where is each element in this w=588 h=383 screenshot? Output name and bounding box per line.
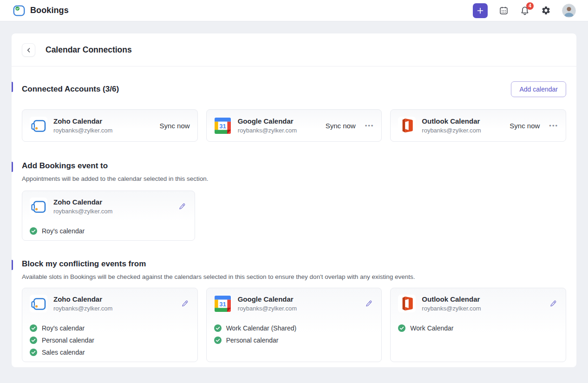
account-name: Zoho Calendar (53, 295, 112, 304)
section-connected-accounts: Connected Accounts (3/6) Add calendar (12, 81, 576, 97)
edit-pencil-icon[interactable] (177, 202, 187, 211)
calendar-label: Work Calendar (410, 324, 453, 332)
add-calendar-button[interactable]: Add calendar (511, 81, 566, 97)
create-new-button[interactable] (473, 3, 488, 18)
notifications-button[interactable]: 4 (520, 6, 530, 16)
selected-calendar-item: Roy's calendar (30, 227, 187, 235)
zoho-calendar-icon (30, 295, 47, 312)
outlook-calendar-icon (398, 117, 416, 134)
zoho-calendar-icon (30, 117, 47, 134)
more-options-icon[interactable]: ••• (549, 122, 558, 130)
zoho-calendar-icon (30, 198, 47, 215)
top-app-bar: Bookings (0, 0, 588, 21)
block-card-outlook: Outlook Calendar roybanks@zylker.com Wor… (390, 288, 566, 362)
back-button[interactable] (22, 43, 35, 57)
account-name: Google Calendar (238, 295, 297, 304)
add-event-card-zoho: Zoho Calendar roybanks@zylker.com Roy's … (22, 191, 195, 241)
check-circle-icon (30, 349, 37, 356)
sync-now-link[interactable]: Sync now (326, 122, 356, 130)
edit-pencil-icon[interactable] (364, 299, 374, 309)
add-event-heading: Add Bookings event to (22, 161, 108, 171)
user-avatar[interactable] (562, 4, 576, 18)
calendar-icon (499, 6, 509, 15)
section-accent-bar (12, 162, 13, 172)
account-card-zoho: Zoho Calendar roybanks@zylker.com Sync n… (22, 109, 198, 142)
chevron-left-icon (26, 47, 32, 53)
google-calendar-icon (214, 117, 232, 134)
calendar-view-button[interactable] (499, 6, 509, 15)
section-block-events: Block my conflicting events from (12, 259, 576, 269)
page-content: Calendar Connections Connected Accounts … (0, 21, 588, 367)
block-events-row: Zoho Calendar roybanks@zylker.com Roy's … (12, 288, 576, 362)
gear-icon (541, 6, 551, 15)
check-circle-icon (214, 337, 222, 344)
account-email: roybanks@zylker.com (238, 305, 297, 312)
account-email: roybanks@zylker.com (53, 208, 112, 215)
plus-icon (476, 6, 485, 15)
block-events-description: Available slots in Bookings will be chec… (12, 273, 576, 280)
account-email: roybanks@zylker.com (422, 305, 481, 312)
check-circle-icon (398, 324, 405, 332)
sync-now-link[interactable]: Sync now (160, 122, 190, 130)
check-circle-icon (30, 324, 37, 332)
calendar-label: Personal calendar (226, 337, 279, 344)
calendar-connections-panel: Calendar Connections Connected Accounts … (12, 33, 576, 367)
account-email: roybanks@zylker.com (53, 127, 112, 134)
block-card-zoho: Zoho Calendar roybanks@zylker.com Roy's … (22, 288, 198, 362)
check-circle-icon (30, 227, 37, 235)
account-name: Google Calendar (238, 117, 297, 126)
notification-count-badge: 4 (526, 2, 534, 10)
section-accent-bar (12, 82, 13, 92)
check-circle-icon (30, 337, 37, 344)
app-title: Bookings (30, 6, 69, 15)
selected-calendar-item: Personal calendar (30, 337, 190, 344)
add-event-description: Appointments will be added to the calend… (12, 175, 576, 182)
section-add-event: Add Bookings event to (12, 161, 576, 171)
more-options-icon[interactable]: ••• (365, 122, 374, 130)
calendar-label: Sales calendar (42, 349, 85, 356)
account-email: roybanks@zylker.com (53, 305, 112, 312)
page-title: Calendar Connections (46, 45, 132, 55)
account-email: roybanks@zylker.com (238, 127, 297, 134)
connected-accounts-heading: Connected Accounts (3/6) (22, 85, 119, 94)
connected-accounts-row: Zoho Calendar roybanks@zylker.com Sync n… (12, 109, 576, 142)
google-calendar-icon (214, 295, 232, 312)
account-name: Zoho Calendar (53, 117, 112, 126)
panel-header: Calendar Connections (12, 33, 576, 66)
calendar-label: Work Calendar (Shared) (226, 324, 296, 332)
check-circle-icon (214, 324, 222, 332)
selected-calendar-item: Work Calendar (398, 324, 558, 332)
settings-button[interactable] (541, 6, 551, 15)
selected-calendar-item: Sales calendar (30, 349, 190, 356)
calendar-label: Roy's calendar (42, 227, 85, 235)
calendar-label: Roy's calendar (42, 324, 85, 332)
selected-calendar-item: Roy's calendar (30, 324, 190, 332)
account-card-google: Google Calendar roybanks@zylker.com Sync… (206, 109, 382, 142)
selected-calendar-item: Personal calendar (214, 337, 374, 344)
account-email: roybanks@zylker.com (422, 127, 481, 134)
bookings-logo-icon (12, 4, 26, 18)
app-brand: Bookings (12, 4, 69, 18)
account-name: Outlook Calendar (422, 295, 481, 304)
selected-calendar-item: Work Calendar (Shared) (214, 324, 374, 332)
account-name: Zoho Calendar (53, 198, 112, 207)
block-events-heading: Block my conflicting events from (22, 259, 146, 269)
account-name: Outlook Calendar (422, 117, 481, 126)
sync-now-link[interactable]: Sync now (510, 122, 540, 130)
account-card-outlook: Outlook Calendar roybanks@zylker.com Syn… (390, 109, 566, 142)
outlook-calendar-icon (398, 295, 416, 312)
section-accent-bar (12, 260, 13, 270)
block-card-google: Google Calendar roybanks@zylker.com Work… (206, 288, 382, 362)
edit-pencil-icon[interactable] (549, 299, 558, 309)
calendar-label: Personal calendar (42, 337, 94, 344)
edit-pencil-icon[interactable] (180, 299, 190, 309)
